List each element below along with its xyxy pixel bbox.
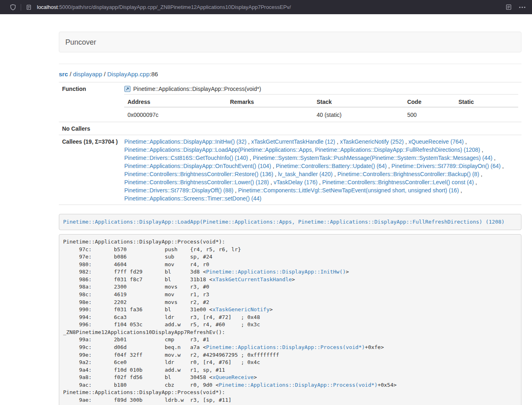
url-host: localhost: [37, 4, 58, 10]
no-callers-label: No Callers: [59, 122, 121, 135]
callee-link[interactable]: Pinetime::Drivers::Cst816S::GetTouchInfo…: [124, 155, 248, 161]
breadcrumb: src / displayapp / DisplayApp.cpp:86: [59, 71, 521, 78]
callees-label: Callees (19, Σ=3704 ): [59, 135, 121, 205]
callee-link[interactable]: xTaskGetCurrentTaskHandle (12): [251, 138, 335, 145]
column-header: Address: [124, 95, 226, 108]
disasm-symbol-link[interactable]: Pinetime::Applications::DisplayApp::Proc…: [206, 344, 365, 350]
disasm-symbol-link[interactable]: xTaskGetCurrentTaskHandle: [212, 276, 292, 282]
callee-link[interactable]: Pinetime::Drivers::St7789::DisplayOff() …: [124, 187, 233, 194]
detail-cell: 40 (static): [313, 107, 404, 120]
detail-cell: [455, 107, 518, 120]
callee-link[interactable]: Pinetime::Components::LittleVgl::SetNewT…: [238, 187, 459, 194]
disasm-symbol-link[interactable]: xQueueReceive: [212, 374, 254, 380]
url-bar[interactable]: localhost:5000/path/src/displayapp/Displ…: [37, 4, 500, 10]
url-path: :5000/path/src/displayapp/DisplayApp.cpp…: [58, 4, 291, 10]
callee-link[interactable]: Pinetime::Controllers::Battery::Update()…: [276, 163, 387, 169]
callee-link[interactable]: xQueueReceive (764): [409, 138, 464, 145]
disasm-symbol-link[interactable]: xTaskGenericNotify: [212, 306, 269, 312]
callee-link[interactable]: Pinetime::Applications::DisplayApp::Init…: [124, 138, 246, 145]
shield-icon[interactable]: [8, 2, 18, 12]
function-name: Pinetime::Applications::DisplayApp::Proc…: [133, 85, 261, 93]
breadcrumb-link[interactable]: displayapp: [73, 71, 102, 78]
function-row-label: Function: [59, 82, 121, 122]
browser-toolbar: localhost:5000/path/src/displayapp/Displ…: [0, 0, 532, 14]
function-info-table: Function Pinetime::Applications::Display…: [59, 82, 521, 205]
function-detail-table: AddressRemarksStackCodeStatic 0x0000097c…: [124, 94, 518, 120]
detail-value-row: 0x0000097c40 (static)500: [124, 107, 518, 120]
column-header: Static: [455, 95, 518, 108]
breadcrumb-link[interactable]: DisplayApp.cpp: [107, 71, 149, 78]
callee-link[interactable]: lv_task_handler (420): [278, 171, 333, 177]
overflow-menu-icon[interactable]: [517, 2, 527, 12]
page-container: Puncover src / displayapp / DisplayApp.c…: [59, 14, 521, 405]
callee-link[interactable]: Pinetime::Controllers::BrightnessControl…: [124, 171, 273, 177]
disasm-symbol-link[interactable]: Pinetime::Applications::DisplayApp::Proc…: [219, 382, 377, 388]
detail-cell: 500: [404, 107, 455, 120]
page-info-icon[interactable]: [24, 2, 34, 12]
callee-link[interactable]: Pinetime::Controllers::BrightnessControl…: [322, 179, 474, 185]
toolbar-divider: [21, 4, 21, 11]
callee-link[interactable]: Pinetime::Controllers::BrightnessControl…: [124, 179, 269, 185]
content-divider: [59, 64, 521, 64]
callee-link[interactable]: Pinetime::Applications::DisplayApp::Load…: [124, 146, 480, 153]
reader-mode-icon[interactable]: [504, 2, 513, 12]
function-type-icon: [124, 86, 131, 92]
callee-link[interactable]: vTaskDelay (176): [274, 179, 317, 185]
column-header: Stack: [313, 95, 404, 108]
function-row: Function Pinetime::Applications::Display…: [59, 82, 521, 122]
no-callers-cell: [121, 122, 521, 135]
callee-link[interactable]: Pinetime::Drivers::St7789::DisplayOn() (…: [392, 163, 501, 169]
selected-symbol-box: Pinetime::Applications::DisplayApp::Load…: [59, 214, 521, 230]
app-brand[interactable]: Puncover: [65, 38, 96, 46]
detail-header-row: AddressRemarksStackCodeStatic: [124, 95, 518, 108]
no-callers-row: No Callers: [59, 122, 521, 135]
function-cell: Pinetime::Applications::DisplayApp::Proc…: [121, 82, 521, 122]
callee-link[interactable]: xTaskGenericNotify (252): [340, 138, 404, 145]
disassembly-block: Pinetime::Applications::DisplayApp::Proc…: [59, 234, 521, 405]
disasm-symbol-link[interactable]: Pinetime::Applications::DisplayApp::Init…: [206, 269, 346, 275]
callee-link[interactable]: Pinetime::System::SystemTask::PushMessag…: [253, 155, 493, 161]
detail-cell: [227, 107, 314, 120]
detail-cell: 0x0000097c: [124, 107, 226, 120]
callees-cell: Pinetime::Applications::DisplayApp::Init…: [121, 135, 521, 205]
column-header: Code: [404, 95, 455, 108]
callee-link[interactable]: Pinetime::Applications::Screens::Timer::…: [124, 195, 261, 202]
selected-symbol-link[interactable]: Pinetime::Applications::DisplayApp::Load…: [63, 219, 505, 225]
app-header: Puncover: [59, 32, 521, 52]
callee-link[interactable]: Pinetime::Applications::DisplayApp::OnTo…: [124, 163, 271, 169]
column-header: Remarks: [227, 95, 314, 108]
callees-row: Callees (19, Σ=3704 ) Pinetime::Applicat…: [59, 135, 521, 205]
callee-link[interactable]: Pinetime::Controllers::BrightnessControl…: [337, 171, 479, 177]
breadcrumb-link[interactable]: src: [59, 71, 68, 78]
